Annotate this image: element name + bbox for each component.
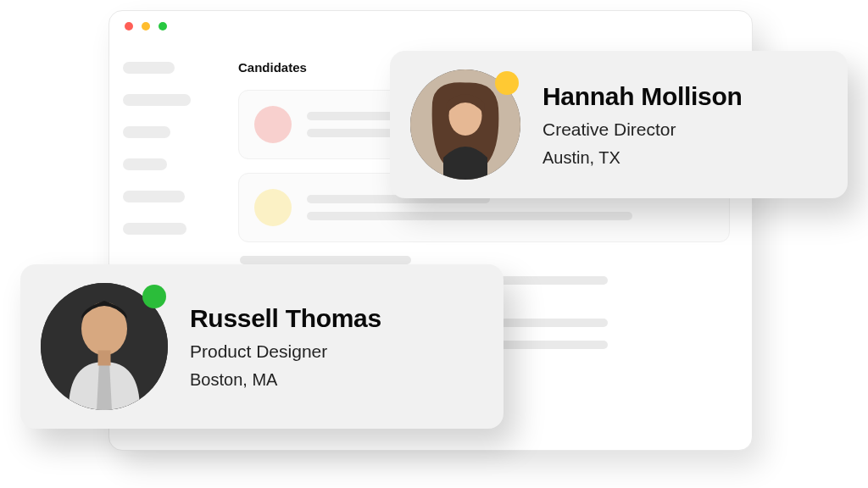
window-titlebar (109, 11, 752, 42)
sidebar-item[interactable] (123, 94, 191, 106)
sidebar-item[interactable] (123, 191, 185, 202)
avatar-wrap (41, 283, 168, 410)
avatar-wrap (410, 69, 520, 180)
candidate-location: Austin, TX (542, 148, 743, 168)
avatar-placeholder-icon (254, 189, 292, 226)
maximize-icon[interactable] (159, 22, 167, 30)
candidate-card[interactable]: Hannah Mollison Creative Director Austin… (390, 51, 848, 198)
close-icon[interactable] (125, 22, 133, 30)
candidate-card[interactable]: Russell Thomas Product Designer Boston, … (20, 264, 504, 429)
candidate-role: Creative Director (542, 119, 743, 140)
status-indicator-icon (495, 71, 519, 95)
sidebar-item[interactable] (123, 158, 167, 170)
placeholder-line (307, 212, 632, 220)
status-indicator-icon (142, 285, 166, 308)
placeholder-line (240, 256, 411, 264)
card-text: Hannah Mollison Creative Director Austin… (542, 82, 743, 168)
candidate-role: Product Designer (190, 341, 381, 362)
candidate-name: Russell Thomas (190, 304, 381, 333)
candidate-location: Boston, MA (190, 370, 381, 390)
placeholder-lines (307, 195, 714, 220)
svg-rect-5 (98, 351, 111, 366)
sidebar-item[interactable] (123, 62, 175, 74)
card-text: Russell Thomas Product Designer Boston, … (190, 304, 381, 390)
candidate-name: Hannah Mollison (542, 82, 743, 111)
sidebar-item[interactable] (123, 126, 170, 138)
minimize-icon[interactable] (142, 22, 150, 30)
sidebar-item[interactable] (123, 223, 186, 235)
avatar-placeholder-icon (254, 106, 292, 143)
